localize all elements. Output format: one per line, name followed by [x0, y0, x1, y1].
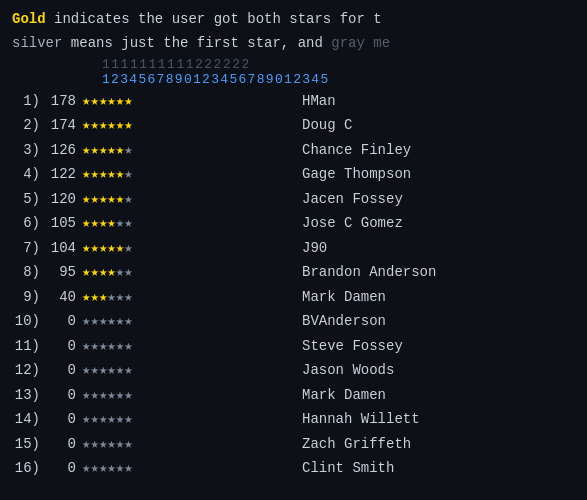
- star-gold-icon: ★: [99, 138, 107, 163]
- star-gold-icon: ★: [124, 113, 132, 138]
- player-name: Steve Fossey: [302, 334, 403, 359]
- star-silver-icon: ★: [124, 285, 132, 310]
- rank-label: 13): [12, 383, 44, 408]
- star-gold-icon: ★: [124, 89, 132, 114]
- score-value: 0: [44, 456, 82, 481]
- star-silver-icon: ★: [99, 358, 107, 383]
- player-name: Doug C: [302, 113, 352, 138]
- score-value: 0: [44, 407, 82, 432]
- score-value: 0: [44, 432, 82, 457]
- star-gold-icon: ★: [99, 236, 107, 261]
- star-gold-icon: ★: [99, 260, 107, 285]
- star-silver-icon: ★: [107, 285, 115, 310]
- player-name: Jose C Gomez: [302, 211, 403, 236]
- star-silver-icon: ★: [124, 407, 132, 432]
- star-silver-icon: ★: [90, 358, 98, 383]
- table-row: 13)0★★★★★★Mark Damen: [12, 383, 575, 408]
- table-row: 9)40★★★★★★Mark Damen: [12, 285, 575, 310]
- star-gold-icon: ★: [99, 187, 107, 212]
- stars-display: ★★★★★★: [82, 236, 242, 261]
- table-row: 1)178★★★★★★HMan: [12, 89, 575, 114]
- star-silver-icon: ★: [124, 309, 132, 334]
- col-header-bot: 1234567890123456789012345: [102, 72, 575, 87]
- star-gold-icon: ★: [107, 236, 115, 261]
- gold-label: Gold: [12, 11, 46, 27]
- rank-label: 3): [12, 138, 44, 163]
- player-name: Hannah Willett: [302, 407, 420, 432]
- player-name: Zach Griffeth: [302, 432, 411, 457]
- table-row: 16)0★★★★★★Clint Smith: [12, 456, 575, 481]
- star-gold-icon: ★: [116, 236, 124, 261]
- star-silver-icon: ★: [90, 309, 98, 334]
- star-silver-icon: ★: [116, 334, 124, 359]
- star-silver-icon: ★: [99, 456, 107, 481]
- star-silver-icon: ★: [82, 358, 90, 383]
- star-silver-icon: ★: [99, 309, 107, 334]
- rank-label: 11): [12, 334, 44, 359]
- stars-display: ★★★★★★: [82, 456, 242, 481]
- star-gold-icon: ★: [82, 285, 90, 310]
- star-gold-icon: ★: [82, 113, 90, 138]
- score-value: 105: [44, 211, 82, 236]
- star-gold-icon: ★: [116, 187, 124, 212]
- star-gold-icon: ★: [107, 138, 115, 163]
- table-row: 8)95★★★★★★Brandon Anderson: [12, 260, 575, 285]
- star-gold-icon: ★: [90, 138, 98, 163]
- player-name: BVAnderson: [302, 309, 386, 334]
- star-gold-icon: ★: [82, 162, 90, 187]
- star-silver-icon: ★: [116, 456, 124, 481]
- star-gold-icon: ★: [99, 113, 107, 138]
- star-silver-icon: ★: [116, 383, 124, 408]
- star-silver-icon: ★: [99, 407, 107, 432]
- star-silver-icon: ★: [124, 162, 132, 187]
- stars-display: ★★★★★★: [82, 113, 242, 138]
- score-value: 126: [44, 138, 82, 163]
- score-value: 104: [44, 236, 82, 261]
- gray-label: gray me: [331, 35, 390, 51]
- table-row: 15)0★★★★★★Zach Griffeth: [12, 432, 575, 457]
- star-gold-icon: ★: [107, 260, 115, 285]
- star-gold-icon: ★: [82, 89, 90, 114]
- player-name: Gage Thompson: [302, 162, 411, 187]
- table-row: 5)120★★★★★★Jacen Fossey: [12, 187, 575, 212]
- star-silver-icon: ★: [116, 358, 124, 383]
- player-name: Brandon Anderson: [302, 260, 436, 285]
- player-name: HMan: [302, 89, 336, 114]
- star-silver-icon: ★: [99, 383, 107, 408]
- star-gold-icon: ★: [99, 211, 107, 236]
- player-name: Clint Smith: [302, 456, 394, 481]
- star-gold-icon: ★: [107, 162, 115, 187]
- stars-display: ★★★★★★: [82, 358, 242, 383]
- star-gold-icon: ★: [82, 187, 90, 212]
- rank-label: 12): [12, 358, 44, 383]
- star-silver-icon: ★: [107, 334, 115, 359]
- star-silver-icon: ★: [107, 432, 115, 457]
- table-row: 4)122★★★★★★Gage Thompson: [12, 162, 575, 187]
- star-silver-icon: ★: [116, 285, 124, 310]
- header-line2-rest: means just the first star, and: [62, 35, 331, 51]
- score-value: 0: [44, 309, 82, 334]
- star-silver-icon: ★: [82, 456, 90, 481]
- star-gold-icon: ★: [116, 138, 124, 163]
- star-gold-icon: ★: [107, 113, 115, 138]
- stars-display: ★★★★★★: [82, 138, 242, 163]
- star-silver-icon: ★: [124, 358, 132, 383]
- stars-display: ★★★★★★: [82, 211, 242, 236]
- table-row: 14)0★★★★★★Hannah Willett: [12, 407, 575, 432]
- player-name: J90: [302, 236, 327, 261]
- table-row: 12)0★★★★★★Jason Woods: [12, 358, 575, 383]
- star-silver-icon: ★: [90, 456, 98, 481]
- stars-display: ★★★★★★: [82, 383, 242, 408]
- star-gold-icon: ★: [90, 211, 98, 236]
- stars-display: ★★★★★★: [82, 309, 242, 334]
- star-gold-icon: ★: [90, 285, 98, 310]
- star-silver-icon: ★: [124, 334, 132, 359]
- rank-label: 14): [12, 407, 44, 432]
- star-silver-icon: ★: [107, 407, 115, 432]
- score-value: 0: [44, 334, 82, 359]
- star-gold-icon: ★: [90, 162, 98, 187]
- table-row: 3)126★★★★★★Chance Finley: [12, 138, 575, 163]
- score-value: 0: [44, 358, 82, 383]
- stars-display: ★★★★★★: [82, 187, 242, 212]
- player-name: Jacen Fossey: [302, 187, 403, 212]
